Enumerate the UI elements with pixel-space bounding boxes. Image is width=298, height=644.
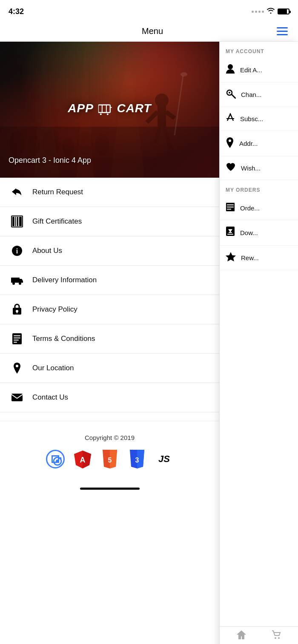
hero-logo-cart: CART xyxy=(117,102,151,115)
cart-nav-icon xyxy=(271,630,282,643)
right-label-reward: Rew... xyxy=(241,254,259,261)
right-menu-item-address[interactable]: Addr... xyxy=(220,131,298,156)
header-title: Menu xyxy=(30,26,275,36)
svg-rect-64 xyxy=(227,209,231,210)
right-menu-item-wishlist[interactable]: Wish... xyxy=(220,156,298,180)
right-menu-item-change-password[interactable]: Chan... xyxy=(220,82,298,107)
svg-rect-28 xyxy=(19,217,22,226)
right-label-downloads: Dow... xyxy=(240,229,258,236)
right-label-change: Chan... xyxy=(241,91,261,98)
right-menu-item-reward[interactable]: Rew... xyxy=(220,246,298,270)
downloads-icon xyxy=(226,226,235,239)
footer: Copyright © 2019 xyxy=(0,421,219,483)
svg-rect-10 xyxy=(158,105,166,127)
header: Menu xyxy=(0,21,298,42)
hero-logo-app: APP xyxy=(68,102,93,115)
menu-item-delivery-information[interactable]: Delivery Information xyxy=(0,266,219,295)
wifi-icon xyxy=(266,8,275,15)
hero-subtitle: Opencart 3 - Ionic 4 App xyxy=(9,156,91,165)
menu-item-gift-certificates[interactable]: Gift Certificates xyxy=(0,207,219,236)
terms-conditions-icon xyxy=(10,332,24,346)
bottom-nav-home[interactable]: Home xyxy=(236,630,247,644)
gift-certificate-icon xyxy=(10,215,24,228)
menu-label-terms-conditions: Terms & Conditions xyxy=(32,335,95,343)
menu-label-our-location: Our Location xyxy=(32,364,74,372)
menu-label-contact-us: Contact Us xyxy=(32,393,68,402)
svg-rect-39 xyxy=(14,338,20,338)
svg-rect-63 xyxy=(227,207,234,207)
status-time: 4:32 xyxy=(9,7,24,16)
svg-rect-43 xyxy=(11,394,23,401)
right-menu-item-downloads[interactable]: Dow... xyxy=(220,220,298,246)
menu-item-privacy-policy[interactable]: Privacy Policy xyxy=(0,295,219,324)
menu-label-return-request: Return Request xyxy=(32,188,83,196)
svg-point-71 xyxy=(278,637,280,639)
reward-icon xyxy=(226,252,236,264)
svg-rect-41 xyxy=(14,342,17,343)
svg-text:i: i xyxy=(16,247,18,255)
privacy-policy-icon xyxy=(10,303,24,316)
bottom-nav: Home Ca... xyxy=(220,626,298,644)
svg-rect-18 xyxy=(98,105,110,112)
right-label-address: Addr... xyxy=(239,140,258,147)
my-account-section-title: MY ACCOUNT xyxy=(220,42,298,58)
return-icon xyxy=(10,185,24,199)
menu-item-contact-us[interactable]: Contact Us xyxy=(0,383,219,412)
menu-item-our-location[interactable]: Our Location xyxy=(0,354,219,383)
svg-point-33 xyxy=(19,282,21,285)
javascript-icon: JS xyxy=(155,450,174,468)
footer-tech-icons: A 5 3 xyxy=(9,450,211,468)
menu-label-about-us: About Us xyxy=(32,247,62,255)
css3-icon: 3 xyxy=(128,450,146,468)
menu-item-about-us[interactable]: i About Us xyxy=(0,236,219,266)
svg-rect-67 xyxy=(229,232,232,233)
right-panel: MY ACCOUNT Edit A... Chan... xyxy=(219,42,298,644)
right-menu-item-orders[interactable]: Orde... xyxy=(220,196,298,220)
menu-item-return-request[interactable]: Return Request xyxy=(0,178,219,207)
svg-line-58 xyxy=(232,94,235,98)
status-bar: 4:32 xyxy=(0,0,298,21)
orders-icon xyxy=(226,202,235,214)
right-label-subscriptions: Subsc... xyxy=(240,115,263,122)
home-indicator xyxy=(0,483,219,496)
svg-rect-40 xyxy=(14,340,19,340)
main-layout: APP CART Opencart 3 - Ionic 4 App xyxy=(0,42,298,496)
bottom-nav-cart[interactable]: Ca... xyxy=(271,630,282,644)
svg-rect-37 xyxy=(12,333,22,344)
hamburger-button[interactable] xyxy=(275,26,289,37)
svg-point-56 xyxy=(228,64,233,69)
svg-point-45 xyxy=(56,460,59,463)
signal-icon xyxy=(252,11,264,13)
about-us-icon: i xyxy=(10,244,24,258)
svg-rect-36 xyxy=(17,311,17,313)
svg-text:A: A xyxy=(80,456,85,464)
change-password-icon xyxy=(226,88,236,101)
svg-point-46 xyxy=(59,457,61,460)
my-orders-section-title: MY ORDERS xyxy=(220,180,298,196)
right-menu-item-edit-account[interactable]: Edit A... xyxy=(220,58,298,82)
svg-point-6 xyxy=(95,133,109,156)
svg-point-11 xyxy=(155,94,169,107)
html5-icon: 5 xyxy=(100,450,119,468)
menu-label-privacy-policy: Privacy Policy xyxy=(32,305,77,314)
svg-point-32 xyxy=(12,282,15,285)
menu-item-terms-conditions[interactable]: Terms & Conditions xyxy=(0,324,219,354)
status-icons xyxy=(252,8,289,15)
menu-label-delivery-information: Delivery Information xyxy=(32,276,97,284)
svg-rect-62 xyxy=(227,204,234,205)
subscriptions-icon xyxy=(226,113,235,125)
svg-point-42 xyxy=(16,365,18,367)
left-content: APP CART Opencart 3 - Ionic 4 App xyxy=(0,42,219,496)
svg-point-1 xyxy=(9,131,25,156)
right-menu-item-subscriptions[interactable]: Subsc... xyxy=(220,107,298,131)
svg-marker-69 xyxy=(226,252,236,261)
delivery-icon xyxy=(10,273,24,287)
location-icon xyxy=(10,361,24,375)
svg-point-23 xyxy=(107,113,109,115)
right-label-wishlist: Wish... xyxy=(241,165,261,172)
svg-point-4 xyxy=(62,138,74,156)
svg-point-22 xyxy=(100,113,102,115)
menu-container: Return Request Gift Certificates xyxy=(0,178,219,412)
svg-rect-38 xyxy=(14,335,20,336)
svg-point-60 xyxy=(229,139,231,142)
